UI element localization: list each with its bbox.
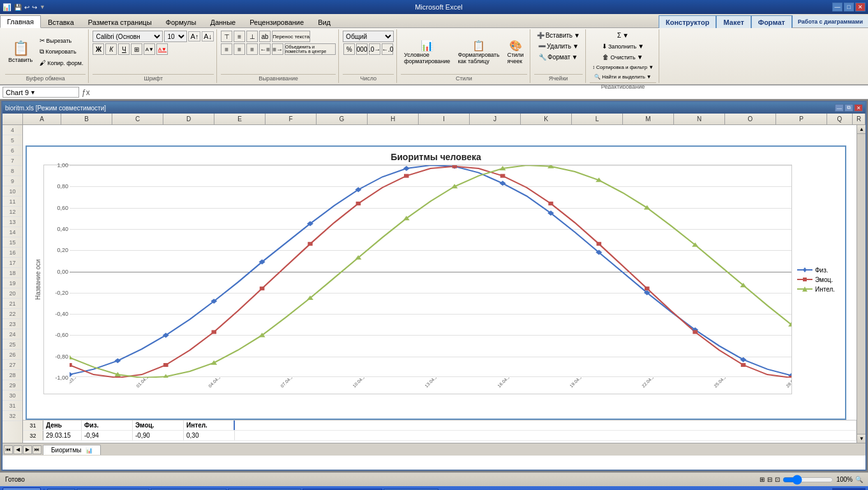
row-32-c[interactable]: -0,90: [133, 431, 184, 440]
underline-button[interactable]: Ч: [118, 43, 130, 55]
vertical-scrollbar[interactable]: ▲ ▼: [857, 125, 865, 443]
fill-color-button[interactable]: A▼: [144, 43, 155, 55]
col-f[interactable]: F: [266, 114, 317, 124]
row-32-b[interactable]: -0,94: [82, 431, 133, 440]
zoom-slider[interactable]: [782, 475, 834, 485]
clear-button[interactable]: 🗑Очистить▼: [600, 52, 645, 62]
format-dropdown-icon[interactable]: ▼: [572, 54, 578, 61]
row-32-d[interactable]: 0,30: [184, 431, 235, 440]
quick-save[interactable]: 💾: [14, 4, 22, 11]
name-box-dropdown-icon[interactable]: ▼: [30, 89, 36, 96]
col-m[interactable]: M: [623, 114, 674, 124]
find-button[interactable]: 🔍 Найти и выделить ▼: [592, 73, 654, 81]
delete-cells-button[interactable]: ➖ Удалить ▼: [535, 41, 581, 51]
increase-decimal-button[interactable]: .0→: [369, 43, 380, 55]
chart-plot-area[interactable]: 1,00 0,80 0,60 0,40 0,20 0,00: [43, 165, 792, 394]
quick-undo[interactable]: ↩: [24, 4, 29, 11]
col-r[interactable]: R: [853, 114, 865, 124]
font-color-button[interactable]: A▼: [156, 43, 168, 55]
format-painter-button[interactable]: 🖌Копир. форм.: [37, 58, 86, 68]
conditional-format-button[interactable]: 📊 Условноеформатирование: [401, 36, 453, 68]
insert-cells-button[interactable]: ➕ Вставить ▼: [534, 31, 583, 40]
sheet-tab-bioritmy[interactable]: Биоритмы 📊: [43, 445, 101, 455]
number-format-select[interactable]: Общий: [343, 31, 394, 42]
decrease-decimal-button[interactable]: ←.0: [382, 43, 393, 55]
tab-view[interactable]: Вид: [311, 15, 338, 28]
tab-constructor[interactable]: Конструктор: [659, 15, 716, 28]
col-p[interactable]: P: [776, 114, 827, 124]
wrap-text-button[interactable]: Перенос текста: [272, 31, 310, 42]
formula-input[interactable]: [93, 89, 865, 96]
align-left-button[interactable]: ≡: [221, 43, 232, 55]
italic-button[interactable]: К: [105, 43, 117, 55]
close-button[interactable]: ✕: [855, 3, 865, 11]
col-h[interactable]: H: [368, 114, 419, 124]
tab-formulas[interactable]: Формулы: [159, 15, 204, 28]
sum-button[interactable]: Σ▼: [615, 31, 631, 40]
percent-button[interactable]: %: [343, 43, 355, 55]
chart-object[interactable]: Биоритмы человека Название оси 1,00 0,80: [26, 145, 846, 420]
thousands-button[interactable]: 000: [356, 43, 368, 55]
quick-redo[interactable]: ↪: [32, 4, 37, 11]
col-i[interactable]: I: [419, 114, 470, 124]
copy-button[interactable]: ⧉Копировать: [37, 47, 86, 57]
col-b[interactable]: B: [61, 114, 112, 124]
indent-increase-button[interactable]: ≡→: [272, 43, 283, 55]
fill-button[interactable]: ⬇Заполнить▼: [599, 41, 647, 51]
tab-review[interactable]: Рецензирование: [243, 15, 311, 28]
row-31-b[interactable]: Физ.: [82, 420, 133, 430]
bold-button[interactable]: Ж: [93, 43, 104, 55]
format-cells-button[interactable]: 🔧 Формат ▼: [536, 52, 580, 62]
row-32-a[interactable]: 29.03.15: [43, 431, 82, 440]
col-a[interactable]: A: [23, 114, 61, 124]
scroll-up-button[interactable]: ▲: [857, 125, 865, 134]
col-k[interactable]: K: [521, 114, 572, 124]
view-page-break-icon[interactable]: ⊡: [775, 476, 780, 483]
col-e[interactable]: E: [214, 114, 266, 124]
row-31-a[interactable]: День: [43, 420, 82, 430]
workbook-minimize[interactable]: —: [835, 104, 844, 112]
view-layout-icon[interactable]: ⊟: [767, 476, 772, 483]
row-31-c[interactable]: Эмоц.: [133, 420, 184, 430]
clear-dropdown-icon[interactable]: ▼: [637, 54, 643, 61]
font-name-select[interactable]: Calibri (Основн: [93, 31, 163, 42]
format-as-table-button[interactable]: 📋 Форматироватькак таблицу: [454, 36, 502, 68]
align-center-button[interactable]: ≡: [234, 43, 245, 55]
workbook-close[interactable]: ✕: [854, 104, 863, 112]
merge-button[interactable]: Объединить и поместить в центре: [285, 43, 336, 55]
tab-layout[interactable]: Макет: [716, 15, 751, 28]
workbook-restore[interactable]: ⧉: [844, 104, 853, 112]
tab-format[interactable]: Формат: [751, 15, 792, 28]
minimize-button[interactable]: —: [832, 3, 842, 11]
delete-dropdown-icon[interactable]: ▼: [572, 43, 579, 50]
view-normal-icon[interactable]: ⊞: [760, 476, 765, 483]
border-button[interactable]: ⊞: [131, 43, 142, 55]
col-n[interactable]: N: [674, 114, 725, 124]
col-g[interactable]: G: [317, 114, 368, 124]
col-c[interactable]: C: [112, 114, 163, 124]
sum-dropdown-icon[interactable]: ▼: [622, 32, 629, 39]
sheet-prev-button[interactable]: ◀: [13, 445, 22, 454]
col-j[interactable]: J: [470, 114, 521, 124]
orientation-button[interactable]: ab: [259, 31, 271, 42]
row-31-d[interactable]: Интел.: [184, 420, 235, 430]
cut-button[interactable]: ✂Вырезать: [37, 36, 86, 45]
sort-filter-button[interactable]: ↕ Сортировка и фильтр ▼: [590, 63, 656, 71]
zoom-icon[interactable]: 🔍: [855, 476, 863, 483]
cell-styles-button[interactable]: 🎨 Стилиячеек: [504, 36, 527, 68]
align-right-button[interactable]: ≡: [246, 43, 258, 55]
tab-insert[interactable]: Вставка: [41, 15, 81, 28]
paste-button[interactable]: 📋 Вставить: [5, 33, 36, 71]
tab-page-layout[interactable]: Разметка страницы: [81, 15, 159, 28]
tab-home[interactable]: Главная: [0, 15, 41, 28]
tab-data[interactable]: Данные: [203, 15, 243, 28]
insert-dropdown-icon[interactable]: ▼: [574, 32, 580, 39]
grow-font-icon[interactable]: A↑: [188, 31, 200, 41]
find-dropdown-icon[interactable]: ▼: [647, 74, 652, 80]
fill-dropdown-icon[interactable]: ▼: [638, 43, 644, 50]
align-bottom-button[interactable]: ⊥: [246, 31, 258, 42]
name-box[interactable]: Chart 9 ▼: [3, 87, 79, 98]
sheet-last-button[interactable]: ⏭: [33, 445, 41, 454]
scroll-down-button[interactable]: ▼: [857, 434, 865, 443]
shrink-font-icon[interactable]: A↓: [202, 31, 214, 41]
